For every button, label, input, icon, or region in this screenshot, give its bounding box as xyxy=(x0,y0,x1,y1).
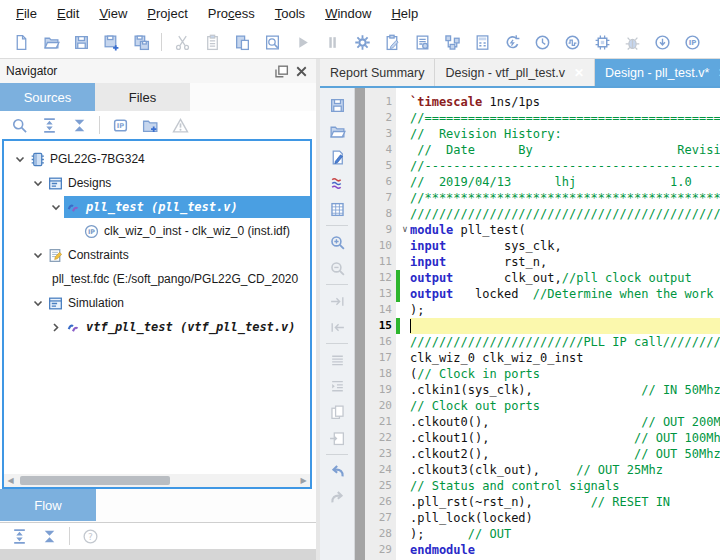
tree-item[interactable]: vtf_pll_test (vtf_pll_test.v) xyxy=(4,315,310,339)
expand-all-icon[interactable] xyxy=(37,113,61,137)
code-line[interactable]: 2//=====================================… xyxy=(355,110,720,126)
page-copy-icon[interactable] xyxy=(325,399,349,425)
tree-expander-right[interactable] xyxy=(48,319,64,336)
code-line[interactable]: 11input rst_n, xyxy=(355,254,720,270)
menu-file[interactable]: File xyxy=(6,2,47,25)
pause-icon[interactable] xyxy=(320,30,344,54)
netlist-icon[interactable] xyxy=(440,30,464,54)
tree-expander-down[interactable] xyxy=(30,175,46,192)
scroll-right-arrow[interactable]: ▶ xyxy=(297,474,310,487)
close-tab-icon[interactable]: ✕ xyxy=(574,67,584,79)
code-line[interactable]: 9∨module pll_test( xyxy=(355,222,720,238)
timing-clock-icon[interactable] xyxy=(530,30,554,54)
zoom-in-icon[interactable] xyxy=(325,229,349,255)
expand-all-icon[interactable] xyxy=(7,524,31,548)
indent-lines-icon[interactable] xyxy=(325,373,349,399)
editor-tab[interactable]: Design - pll_test.v*✕ xyxy=(595,59,720,86)
collapse-all-icon[interactable] xyxy=(37,524,61,548)
debug-bug-icon[interactable] xyxy=(620,30,644,54)
collapse-all-icon[interactable] xyxy=(67,113,91,137)
align-lines-icon[interactable] xyxy=(325,347,349,373)
nav-tab-sources[interactable]: Sources xyxy=(0,83,95,111)
table-doc-icon[interactable] xyxy=(325,196,349,222)
copy-icon[interactable] xyxy=(200,30,224,54)
tree-item[interactable]: pll_test (pll_test.v) xyxy=(4,195,310,219)
synthesize-icon[interactable] xyxy=(500,30,524,54)
code-line[interactable]: 10input sys_clk, xyxy=(355,238,720,254)
goto-next-icon[interactable] xyxy=(325,288,349,314)
edit-constraints-icon[interactable] xyxy=(380,30,404,54)
code-line[interactable]: 4 // Date By Revision Change Description xyxy=(355,142,720,158)
search-icon[interactable] xyxy=(7,113,31,137)
open-file-icon[interactable] xyxy=(325,118,349,144)
tree-expander-down[interactable] xyxy=(30,247,46,264)
tree-item[interactable]: PGL22G-7BG324 xyxy=(4,147,310,171)
new-file-icon[interactable] xyxy=(9,30,33,54)
code-line[interactable]: 24.clkout3(clk_out), // OUT 25Mhz xyxy=(355,462,720,478)
code-line[interactable]: 18(// Clock in ports xyxy=(355,366,720,382)
nav-tab-files[interactable]: Files xyxy=(95,83,190,111)
code-line[interactable]: 28); // OUT xyxy=(355,526,720,542)
find-in-file-icon[interactable] xyxy=(260,30,284,54)
redo-icon[interactable] xyxy=(325,484,349,510)
code-line[interactable]: 26.pll_rst(~rst_n), // RESET IN xyxy=(355,494,720,510)
editor-tab[interactable]: Report Summary xyxy=(320,59,435,86)
calculator-icon[interactable] xyxy=(470,30,494,54)
open-project-icon[interactable] xyxy=(39,30,63,54)
menu-view[interactable]: View xyxy=(89,2,137,25)
run-icon[interactable] xyxy=(290,30,314,54)
tree-item[interactable]: IPclk_wiz_0_inst - clk_wiz_0 (inst.idf) xyxy=(4,219,310,243)
tree-item[interactable]: pll_test.fdc (E:/soft_pango/PGL22G_CD_20… xyxy=(4,267,310,291)
paste-icon[interactable] xyxy=(230,30,254,54)
close-panel-button[interactable] xyxy=(292,62,310,80)
code-line[interactable]: 14); xyxy=(355,302,720,318)
code-line[interactable]: 5//-------------------------------------… xyxy=(355,158,720,174)
report-settings-icon[interactable] xyxy=(410,30,434,54)
tree-expander-down[interactable] xyxy=(30,295,46,312)
code-line[interactable]: 21.clkout0(), // OUT 200Mhz xyxy=(355,414,720,430)
code-line[interactable]: 3// Revision History: xyxy=(355,126,720,142)
tree-item[interactable]: Constraints xyxy=(4,243,310,267)
settings-gear-icon[interactable] xyxy=(350,30,374,54)
float-panel-button[interactable] xyxy=(272,62,290,80)
scroll-left-arrow[interactable]: ◀ xyxy=(4,474,17,487)
code-line[interactable]: 13output locked //Determine when the wor… xyxy=(355,286,720,302)
code-line[interactable]: 15 xyxy=(355,318,720,334)
tree-expander-down[interactable] xyxy=(12,151,28,168)
menu-project[interactable]: Project xyxy=(137,2,197,25)
syntax-colors-icon[interactable] xyxy=(325,170,349,196)
editor-tab[interactable]: Design - vtf_pll_test.v✕ xyxy=(435,59,595,86)
tree-item[interactable]: Designs xyxy=(4,171,310,195)
menu-tools[interactable]: Tools xyxy=(265,2,315,25)
save-all-icon[interactable] xyxy=(129,30,153,54)
ip-core-icon[interactable]: IP xyxy=(108,113,132,137)
save-as-icon[interactable] xyxy=(99,30,123,54)
ip-compiler-icon[interactable]: IP xyxy=(680,30,704,54)
waveform-icon[interactable] xyxy=(560,30,584,54)
code-line[interactable]: 19.clkin1(sys_clk), // IN 50Mhz xyxy=(355,382,720,398)
tab-flow[interactable]: Flow xyxy=(0,489,96,521)
menu-help[interactable]: Help xyxy=(381,2,428,25)
undo-icon[interactable] xyxy=(325,458,349,484)
code-line[interactable]: 17clk_wiz_0 clk_wiz_0_inst xyxy=(355,350,720,366)
scrollbar-thumb[interactable] xyxy=(20,476,170,485)
code-line[interactable]: 23.clkout2(), // OUT 50Mhz xyxy=(355,446,720,462)
tree-horizontal-scrollbar[interactable]: ◀ ▶ xyxy=(4,474,310,487)
chip-icon[interactable] xyxy=(590,30,614,54)
menu-window[interactable]: Window xyxy=(315,2,381,25)
code-line[interactable]: 16////////////////////////PLL IP call///… xyxy=(355,334,720,350)
save-icon[interactable] xyxy=(325,92,349,118)
zoom-out-icon[interactable] xyxy=(325,255,349,281)
code-area[interactable]: 1`timescale 1ns/1ps2//==================… xyxy=(355,88,720,560)
code-line[interactable]: 25// Status and control signals xyxy=(355,478,720,494)
code-line[interactable]: 20// Clock out ports xyxy=(355,398,720,414)
code-line[interactable]: 1`timescale 1ns/1ps xyxy=(355,94,720,110)
edit-doc-icon[interactable] xyxy=(325,144,349,170)
help-icon[interactable]: ? xyxy=(78,524,102,548)
menu-process[interactable]: Process xyxy=(198,2,265,25)
code-line[interactable]: 27.pll_lock(locked) xyxy=(355,510,720,526)
cut-icon[interactable] xyxy=(170,30,194,54)
goto-prev-icon[interactable] xyxy=(325,314,349,340)
page-paste-icon[interactable] xyxy=(325,425,349,451)
code-line[interactable]: 6// 2019/04/13 lhj 1.0 xyxy=(355,174,720,190)
